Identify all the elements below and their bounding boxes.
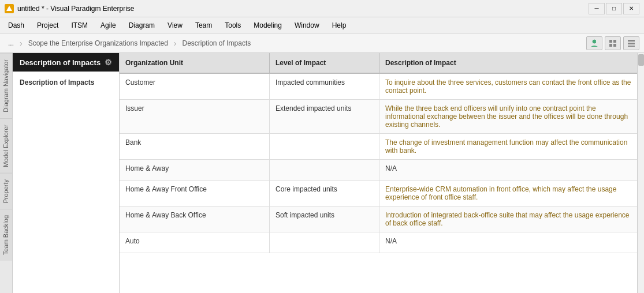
cell-level-6: Soft impacted units <box>270 206 379 232</box>
cell-org-unit-3: Bank <box>120 134 270 159</box>
person-toolbar-button[interactable]: + <box>586 36 602 50</box>
cell-desc-5: Enterprise-wide CRM automation in front … <box>379 181 637 206</box>
cell-desc-1: To inquire about the three services, cus… <box>379 74 637 99</box>
cell-desc-7: N/A <box>379 232 637 253</box>
menu-item-help[interactable]: Help <box>326 19 352 32</box>
table-row: Bank The change of investment management… <box>120 134 637 160</box>
col-header-org-unit: Organization Unit <box>120 53 270 73</box>
menu-item-window[interactable]: Window <box>289 19 325 32</box>
toolbar-buttons: + <box>586 36 639 50</box>
breadcrumb-sep-1: › <box>20 39 23 48</box>
content-area: Description of Impacts ⚙ Description of … <box>13 53 644 293</box>
table-row: Home & Away Back Office Soft impacted un… <box>120 206 637 232</box>
cell-org-unit-7: Auto <box>120 232 270 253</box>
menu-item-itsm[interactable]: ITSM <box>65 19 94 32</box>
cell-desc-4: N/A <box>379 160 637 180</box>
breadcrumb-bar: ... › Scope the Enterprise Organizations… <box>0 33 644 53</box>
breadcrumb-description[interactable]: Description of Impacts <box>179 38 255 48</box>
vertical-scrollbar[interactable] <box>637 53 644 293</box>
menu-item-dash[interactable]: Dash <box>2 19 30 32</box>
maximize-button[interactable]: □ <box>606 3 622 14</box>
section-label: Description of Impacts <box>13 72 119 93</box>
table-wrapper: Organization Unit Level of Impact Descri… <box>120 53 644 293</box>
left-panel: Description of Impacts ⚙ Description of … <box>13 53 120 293</box>
cell-desc-6: Introduction of integrated back-office s… <box>379 206 637 232</box>
breadcrumb-scope[interactable]: Scope the Enterprise Organizations Impac… <box>25 38 172 48</box>
cell-desc-2: While the three back end officers will u… <box>379 100 637 133</box>
cell-level-1: Impacted communities <box>270 74 379 99</box>
menu-item-team[interactable]: Team <box>189 19 218 32</box>
cell-level-7 <box>270 232 379 253</box>
table-row: Home & Away N/A <box>120 160 637 181</box>
panel-header: Description of Impacts ⚙ <box>13 53 119 72</box>
svg-rect-6 <box>613 44 616 47</box>
menu-item-agile[interactable]: Agile <box>95 19 122 32</box>
sidebar-tab-diagram-navigator[interactable]: Diagram Navigator <box>0 53 12 118</box>
col-header-desc-impact: Description of Impact <box>379 53 637 73</box>
menu-item-project[interactable]: Project <box>31 19 64 32</box>
col-header-level-impact: Level of Impact <box>270 53 379 73</box>
panel-title: Description of Impacts <box>20 58 100 67</box>
scroll-thumb[interactable] <box>638 54 644 66</box>
minimize-button[interactable]: ─ <box>589 3 605 14</box>
breadcrumb-ellipsis[interactable]: ... <box>5 38 17 48</box>
sidebar-tab-team-backlog[interactable]: Team Backlog <box>0 209 12 261</box>
menu-item-diagram[interactable]: Diagram <box>123 19 161 32</box>
svg-text:+: + <box>595 39 598 43</box>
title-bar: untitled * - Visual Paradigm Enterprise … <box>0 0 644 17</box>
cell-org-unit-1: Customer <box>120 74 270 99</box>
main-layout: Diagram Navigator Model Explorer Propert… <box>0 53 644 293</box>
table-area: Organization Unit Level of Impact Descri… <box>120 53 644 293</box>
cell-desc-3: The change of investment management func… <box>379 134 637 159</box>
cell-level-3 <box>270 134 379 159</box>
window-title: untitled * - Visual Paradigm Enterprise <box>17 5 135 13</box>
close-button[interactable]: ✕ <box>623 3 639 14</box>
cell-org-unit-5: Home & Away Front Office <box>120 181 270 206</box>
svg-rect-5 <box>609 44 612 47</box>
svg-rect-4 <box>613 40 616 43</box>
svg-rect-9 <box>628 46 635 47</box>
menu-item-tools[interactable]: Tools <box>219 19 247 32</box>
table-row: Auto N/A <box>120 232 637 253</box>
menu-bar: DashProjectITSMAgileDiagramViewTeamTools… <box>0 17 644 33</box>
table-header: Organization Unit Level of Impact Descri… <box>120 53 637 74</box>
breadcrumb: ... › Scope the Enterprise Organizations… <box>5 38 254 48</box>
table-row: Customer Impacted communities To inquire… <box>120 74 637 100</box>
sidebar: Diagram Navigator Model Explorer Propert… <box>0 53 13 293</box>
sidebar-tab-model-explorer[interactable]: Model Explorer <box>0 118 12 173</box>
cell-level-5: Core impacted units <box>270 181 379 206</box>
svg-rect-3 <box>609 40 612 43</box>
cell-org-unit-4: Home & Away <box>120 160 270 180</box>
layout-toolbar-button[interactable] <box>605 36 621 50</box>
window-controls: ─ □ ✕ <box>589 3 639 14</box>
cell-level-2: Extended impacted units <box>270 100 379 133</box>
svg-marker-0 <box>6 6 12 11</box>
table-body: Customer Impacted communities To inquire… <box>120 74 637 293</box>
panel-toolbar-button[interactable] <box>623 36 639 50</box>
svg-rect-7 <box>628 40 635 42</box>
menu-item-view[interactable]: View <box>162 19 188 32</box>
table-row: Home & Away Front Office Core impacted u… <box>120 181 637 206</box>
cell-org-unit-2: Issuer <box>120 100 270 133</box>
sidebar-tab-property[interactable]: Property <box>0 173 12 209</box>
breadcrumb-sep-2: › <box>174 39 177 48</box>
svg-rect-8 <box>628 43 635 44</box>
cell-org-unit-6: Home & Away Back Office <box>120 206 270 232</box>
cell-level-4 <box>270 160 379 180</box>
menu-item-modeling[interactable]: Modeling <box>248 19 288 32</box>
table-row: Issuer Extended impacted units While the… <box>120 100 637 134</box>
app-icon <box>5 4 14 13</box>
gear-icon[interactable]: ⚙ <box>105 58 112 67</box>
